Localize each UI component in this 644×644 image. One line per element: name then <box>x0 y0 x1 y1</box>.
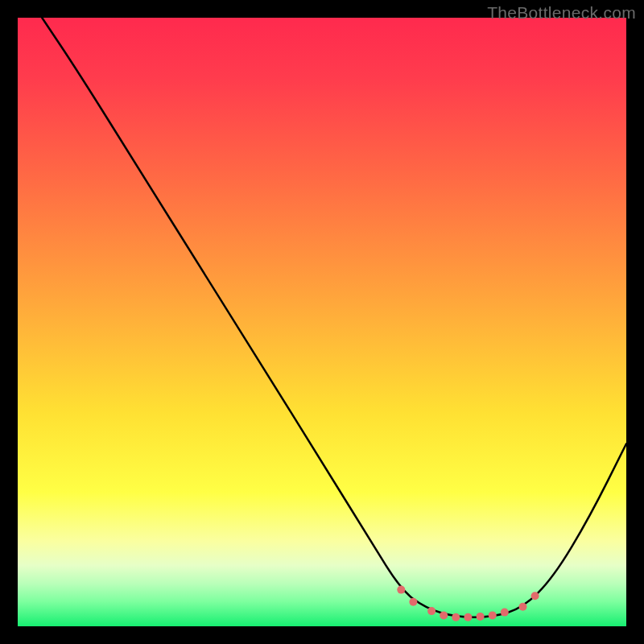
curve-marker <box>397 586 405 594</box>
curve-marker <box>501 609 509 617</box>
curve-svg <box>18 18 626 626</box>
curve-layer <box>42 18 626 617</box>
curve-marker <box>452 613 460 621</box>
curve-marker <box>440 611 448 619</box>
curve-marker <box>409 598 417 606</box>
plot-area <box>18 18 626 626</box>
curve-marker <box>477 613 485 621</box>
bottleneck-curve <box>42 18 626 617</box>
curve-marker <box>489 611 497 619</box>
curve-marker <box>427 607 436 615</box>
curve-marker <box>519 603 527 611</box>
chart-frame: TheBottleneck.com <box>0 0 644 644</box>
curve-marker <box>531 592 539 600</box>
watermark-text: TheBottleneck.com <box>487 3 636 23</box>
curve-marker <box>464 613 472 621</box>
